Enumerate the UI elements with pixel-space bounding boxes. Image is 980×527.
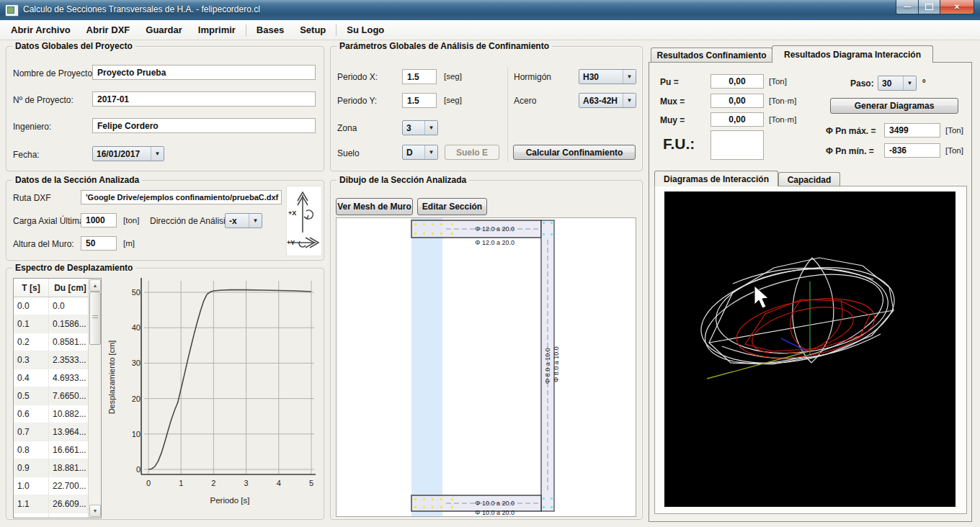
zona-label: Zona <box>337 123 357 133</box>
table-cell <box>14 513 49 519</box>
ingeniero-input[interactable]: Felipe Cordero <box>92 118 316 133</box>
table-scrollbar[interactable]: ▲ ▼ <box>88 279 101 518</box>
zona-dropdown[interactable]: 3 ▼ <box>402 120 438 135</box>
interaction-diagram-canvas[interactable] <box>664 192 956 507</box>
generar-diagramas-button[interactable]: Generar Diagramas <box>830 98 958 114</box>
table-row[interactable]: 0.10.1586... <box>14 315 92 333</box>
table-cell: 0.0 <box>49 297 92 315</box>
ver-mesh-button[interactable]: Ver Mesh de Muro <box>336 198 413 215</box>
menu-guardar[interactable]: Guardar <box>138 24 190 35</box>
spectrum-table[interactable]: T [s] Du [cm] 0.00.00.10.1586...0.20.858… <box>13 278 102 518</box>
table-row[interactable]: 0.32.3533... <box>14 351 92 369</box>
chevron-down-icon: ▼ <box>623 70 636 84</box>
menu-abrir-dxf[interactable]: Abrir DXF <box>79 24 138 35</box>
numero-proyecto-input[interactable]: 2017-01 <box>92 91 316 107</box>
nombre-proyecto-input[interactable]: Proyecto Prueba <box>92 65 316 80</box>
table-row[interactable]: 0.816.661... <box>14 441 92 459</box>
chevron-down-icon: ▼ <box>424 121 437 135</box>
fu-label: F.U.: <box>663 135 695 153</box>
pn-min-input[interactable]: -836 <box>884 143 940 158</box>
table-cell: 0.6 <box>14 405 49 423</box>
scrollbar-thumb[interactable] <box>89 292 101 345</box>
scroll-down-icon[interactable]: ▼ <box>89 505 101 517</box>
scroll-up-icon[interactable]: ▲ <box>89 279 101 292</box>
table-row[interactable]: 1.126.609... <box>14 495 92 513</box>
direccion-analisis-dropdown[interactable]: -x ▼ <box>225 213 262 228</box>
table-cell: 0.0 <box>14 297 49 315</box>
suelo-label: Suelo <box>337 148 360 158</box>
menu-separator <box>336 24 337 36</box>
suelo-dropdown[interactable]: D ▼ <box>402 145 438 160</box>
direccion-analisis-label: Dirección de Análisis: <box>150 216 232 226</box>
fu-input[interactable] <box>710 130 764 160</box>
tab-resultados-confinamiento[interactable]: Resultados Confinamiento <box>651 48 772 63</box>
column-header-t[interactable]: T [s] <box>14 279 49 297</box>
ruta-dxf-input[interactable]: 'Google Drive/ejemplos confinamiento/pru… <box>81 190 282 204</box>
close-button[interactable]: ✕ <box>940 0 974 14</box>
numero-proyecto-label: Nº de Proyecto: <box>13 95 74 105</box>
svg-text:20: 20 <box>132 395 141 403</box>
menu-bases[interactable]: Bases <box>249 24 292 35</box>
chevron-down-icon: ▼ <box>424 145 437 159</box>
rebar-label-web-1: Φ 8.0 a 10.0 <box>544 348 551 384</box>
table-row[interactable] <box>14 513 92 519</box>
fecha-dropdown[interactable]: 16/01/2017 ▼ <box>92 146 164 161</box>
svg-text:3: 3 <box>244 479 249 487</box>
table-cell: 22.700... <box>49 477 92 495</box>
table-row[interactable]: 0.918.881... <box>14 459 92 477</box>
menu-abrir-archivo[interactable]: Abrir Archivo <box>3 24 79 35</box>
group-title: Espectro de Desplazamiento <box>12 263 135 273</box>
table-cell: 0.4 <box>14 369 49 387</box>
pu-input[interactable]: 0,00 <box>710 74 764 89</box>
rebar-label-top-2: Φ 12.0 a 20.0 <box>475 239 514 246</box>
minimize-button[interactable]: — <box>896 0 919 14</box>
table-cell: 13.964... <box>49 423 92 441</box>
table-row[interactable]: 0.20.8581... <box>14 333 92 351</box>
table-row[interactable]: 0.00.0 <box>14 297 92 315</box>
suelo-e-button[interactable]: Suelo E <box>445 145 499 160</box>
table-row[interactable]: 0.44.6933... <box>14 369 92 387</box>
muy-input[interactable]: 0,00 <box>710 112 764 127</box>
menu-imprimir[interactable]: Imprimir <box>190 24 244 35</box>
column-header-du[interactable]: Du [cm] <box>49 279 92 297</box>
calcular-confinamiento-button[interactable]: Calcular Confinamiento <box>513 145 636 160</box>
paso-label: Paso: <box>850 78 874 89</box>
periodo-x-unit: [seg] <box>444 72 462 81</box>
zona-value: 3 <box>403 121 424 135</box>
pn-max-input[interactable]: 3499 <box>884 123 940 138</box>
svg-text:4: 4 <box>277 479 281 487</box>
hormigon-dropdown[interactable]: H30 ▼ <box>579 69 636 84</box>
pn-min-unit: [Ton] <box>945 146 963 155</box>
mux-input[interactable]: 0,00 <box>710 94 764 108</box>
table-row[interactable]: 0.713.964... <box>14 423 92 441</box>
menu-su-logo[interactable]: Su Logo <box>339 24 392 35</box>
spectrum-chart-plot: 01020304050012345Desplazamiento [cm]Peri… <box>105 274 318 511</box>
section-drawing-canvas[interactable]: Φ 12.0 a 20.0 Φ 12.0 a 20.0 Φ 8.0 a 10.0… <box>336 217 636 517</box>
acero-value: A63-42H <box>579 94 623 107</box>
tab-resultados-diagrama[interactable]: Resultados Diagrama Interacción <box>772 45 933 63</box>
mux-label: Mux = <box>660 96 685 107</box>
pn-max-label: Φ Pn máx. = <box>826 126 876 136</box>
periodo-y-input[interactable]: 1.5 <box>402 93 437 108</box>
pu-unit: [Ton] <box>769 77 787 86</box>
table-row[interactable]: 0.57.6650... <box>14 387 92 405</box>
fecha-label: Fecha: <box>13 150 40 160</box>
maximize-button[interactable] <box>919 0 940 14</box>
tab-capacidad[interactable]: Capacidad <box>778 172 840 186</box>
paso-dropdown[interactable]: 30 ▼ <box>878 76 917 91</box>
table-row[interactable]: 1.022.700... <box>14 477 92 495</box>
tab-diagramas-interaccion[interactable]: Diagramas de Interacción <box>654 171 778 186</box>
acero-dropdown[interactable]: A63-42H ▼ <box>579 93 636 108</box>
chevron-down-icon: ▼ <box>623 94 636 107</box>
confined-zone-band <box>411 218 442 516</box>
menu-setup[interactable]: Setup <box>292 24 334 35</box>
altura-muro-input[interactable]: 50 <box>81 236 117 251</box>
editar-seccion-button[interactable]: Editar Sección <box>417 198 487 215</box>
svg-text:0: 0 <box>146 479 151 487</box>
divider <box>507 67 508 162</box>
table-row[interactable]: 0.610.882... <box>14 405 92 423</box>
svg-text:5: 5 <box>309 479 313 487</box>
title-bar[interactable]: Calculo de Secciones Transversales de H.… <box>0 0 980 20</box>
periodo-x-input[interactable]: 1.5 <box>402 69 437 84</box>
carga-axial-input[interactable]: 1000 <box>81 213 117 228</box>
